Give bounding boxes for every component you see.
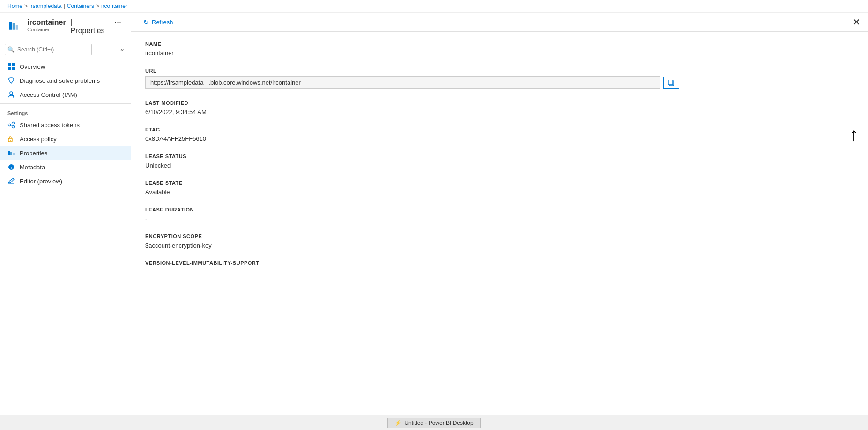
svg-rect-4 (12, 63, 15, 66)
toolbar: ↻ Refresh (131, 13, 868, 32)
access-policy-icon (7, 135, 15, 143)
prop-leaseduration-label: LEASE DURATION (145, 207, 773, 212)
breadcrumb-sep1: > (24, 3, 28, 9)
svg-rect-2 (16, 25, 18, 30)
breadcrumb-containers[interactable]: Containers (67, 3, 94, 9)
prop-name-label: NAME (145, 41, 773, 47)
sidebar-item-access-policy-label: Access policy (20, 136, 57, 143)
svg-point-10 (8, 124, 11, 126)
powerbi-icon: ⚡ (394, 420, 401, 426)
sidebar-item-overview[interactable]: Overview (0, 59, 131, 73)
prop-name-group: NAME ircontainer (145, 41, 773, 57)
refresh-button[interactable]: ↻ Refresh (141, 16, 176, 28)
sidebar-divider (0, 103, 131, 104)
refresh-icon: ↻ (143, 18, 149, 26)
prop-leasestate-label: LEASE STATE (145, 180, 773, 186)
svg-line-14 (10, 125, 12, 126)
breadcrumb-sep3: > (96, 3, 99, 9)
svg-point-12 (12, 126, 15, 128)
sidebar-item-properties-label: Properties (20, 150, 47, 157)
refresh-label: Refresh (152, 19, 173, 26)
prop-leasestatus-value: Unlocked (145, 162, 773, 169)
sidebar-item-metadata[interactable]: i Metadata (0, 160, 131, 174)
breadcrumb-account[interactable]: irsampledata (30, 3, 62, 9)
prop-version-label: VERSION-LEVEL-IMMUTABILITY-SUPPORT (145, 260, 773, 266)
svg-line-13 (10, 124, 12, 124)
editor-icon (7, 177, 15, 185)
diagnose-icon (7, 77, 15, 84)
container-icon (7, 18, 22, 33)
prop-encryption-group: ENCRYPTION SCOPE $account-encryption-key (145, 233, 773, 249)
taskbar-powerbi-item[interactable]: ⚡ Untitled - Power BI Desktop (387, 418, 480, 428)
prop-leaseduration-value: - (145, 215, 773, 222)
prop-name-value: ircontainer (145, 50, 773, 57)
sidebar-item-access-control[interactable]: Access Control (IAM) (0, 87, 131, 102)
close-button[interactable]: ✕ (849, 16, 864, 28)
taskbar-powerbi-label: Untitled - Power BI Desktop (404, 420, 473, 426)
svg-point-16 (10, 140, 11, 141)
copy-icon (668, 79, 675, 87)
search-input[interactable] (5, 44, 92, 55)
breadcrumb-container[interactable]: ircontainer (101, 3, 127, 9)
svg-rect-19 (13, 153, 15, 155)
prop-encryption-value: $account-encryption-key (145, 242, 773, 249)
prop-encryption-label: ENCRYPTION SCOPE (145, 233, 773, 239)
svg-rect-17 (8, 151, 10, 155)
svg-point-11 (12, 122, 15, 124)
settings-section-label: Settings (0, 106, 131, 118)
sidebar-item-editor[interactable]: Editor (preview) (0, 174, 131, 188)
breadcrumb: Home > irsampledata | Containers > ircon… (0, 0, 868, 13)
sidebar-item-access-control-label: Access Control (IAM) (20, 91, 77, 98)
prop-url-label: URL (145, 68, 773, 73)
resource-title-block: ircontainer Container (27, 18, 66, 32)
search-wrapper: 🔍 (5, 44, 116, 55)
taskbar: ⚡ Untitled - Power BI Desktop (0, 415, 868, 430)
resource-name: ircontainer (27, 18, 66, 27)
shared-access-icon (7, 121, 15, 129)
url-row (145, 76, 773, 89)
ellipsis-button[interactable]: ··· (112, 18, 123, 27)
breadcrumb-home[interactable]: Home (7, 3, 22, 9)
prop-leasestatus-label: LEASE STATUS (145, 153, 773, 159)
prop-etag-group: ETAG 0x8DA4AFF25FF5610 (145, 127, 773, 142)
svg-rect-1 (13, 23, 15, 30)
sidebar-item-editor-label: Editor (preview) (20, 178, 62, 185)
svg-rect-18 (10, 152, 12, 155)
metadata-icon: i (7, 163, 15, 171)
svg-rect-5 (8, 67, 11, 70)
prop-leasestate-group: LEASE STATE Available (145, 180, 773, 196)
prop-version-group: VERSION-LEVEL-IMMUTABILITY-SUPPORT (145, 260, 773, 266)
collapse-sidebar-button[interactable]: « (119, 45, 126, 54)
prop-leasestatus-group: LEASE STATUS Unlocked (145, 153, 773, 169)
sidebar-item-shared-access-label: Shared access tokens (20, 122, 80, 129)
svg-text:i: i (11, 165, 12, 170)
sidebar-item-properties[interactable]: Properties (0, 146, 131, 160)
prop-etag-label: ETAG (145, 127, 773, 132)
search-area: 🔍 « (0, 40, 131, 59)
prop-etag-value: 0x8DA4AFF25FF5610 (145, 135, 773, 142)
breadcrumb-sep2: | (64, 3, 65, 9)
svg-rect-3 (8, 63, 11, 66)
svg-rect-24 (668, 80, 673, 85)
url-field[interactable] (145, 76, 660, 89)
overview-icon (7, 63, 15, 70)
sidebar-item-access-policy[interactable]: Access policy (0, 132, 131, 146)
prop-lastmod-label: LAST MODIFIED (145, 100, 773, 106)
copy-url-button[interactable] (663, 77, 679, 89)
resource-header: ircontainer Container | Properties ··· (0, 13, 131, 40)
prop-lastmod-group: LAST MODIFIED 6/10/2022, 9:34:54 AM (145, 100, 773, 116)
sidebar: ircontainer Container | Properties ··· 🔍… (0, 13, 131, 415)
prop-leasestate-value: Available (145, 189, 773, 196)
properties-panel: NAME ircontainer URL LAST MODIFIED 6/10/… (131, 32, 787, 286)
resource-type: Container (27, 27, 66, 32)
sidebar-item-metadata-label: Metadata (20, 164, 45, 171)
prop-lastmod-value: 6/10/2022, 9:34:54 AM (145, 109, 773, 116)
svg-point-8 (12, 95, 14, 96)
sidebar-item-diagnose-label: Diagnose and solve problems (20, 77, 100, 84)
prop-leaseduration-group: LEASE DURATION - (145, 207, 773, 222)
scroll-up-arrow: ↑ (849, 125, 859, 144)
sidebar-item-diagnose[interactable]: Diagnose and solve problems (0, 73, 131, 87)
search-icon: 🔍 (7, 46, 15, 53)
sidebar-item-shared-access-tokens[interactable]: Shared access tokens (0, 118, 131, 132)
sidebar-item-overview-label: Overview (20, 63, 45, 70)
